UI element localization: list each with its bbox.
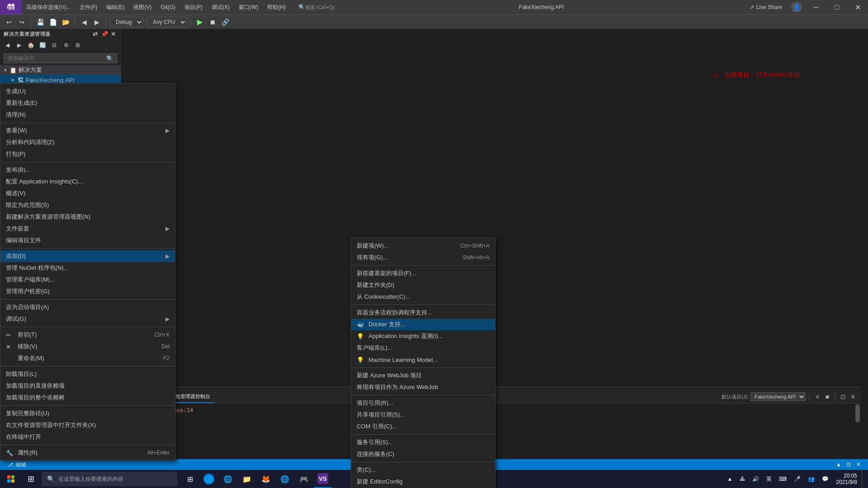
menu-window[interactable]: 窗口(W)	[234, 0, 263, 14]
panel-close-icon[interactable]: ✕	[849, 393, 857, 401]
sub-new-editorconfig[interactable]: 新建 EditorConfig	[351, 476, 495, 488]
ctx-unload[interactable]: 卸载项目(L)	[0, 368, 175, 380]
taskbar-app-firefox[interactable]: 🦊	[257, 470, 275, 488]
ctx-add[interactable]: 添加(D) ▶	[0, 250, 175, 262]
ctx-set-startup[interactable]: 设为启动项目(A)	[0, 301, 175, 313]
sub-shared-ref[interactable]: 共享项目引用(S)...	[351, 409, 495, 421]
panel-up-btn[interactable]: ▲	[835, 460, 843, 469]
sub-scaffold[interactable]: 新搭建基架的项目(F)...	[351, 267, 495, 279]
open-button[interactable]: 📂	[60, 17, 71, 28]
ctx-publish[interactable]: 发布(B)...	[0, 164, 175, 176]
taskbar-app-edge[interactable]: 🌐	[200, 470, 218, 488]
search-icon-area[interactable]: 🔍 搜索 (Ctrl+Q)	[294, 0, 339, 14]
debug-mode-dropdown[interactable]: Debug	[110, 17, 143, 28]
people-icon-area[interactable]: 👥	[805, 470, 817, 488]
ctx-overview[interactable]: 概述(V)	[0, 188, 175, 199]
sidebar-pin-icon[interactable]: 📌	[101, 30, 108, 38]
sb-home-btn[interactable]: 🏠	[25, 40, 36, 51]
sub-connected-service[interactable]: 连接的服务(C)	[351, 448, 495, 460]
panel-maximize-icon[interactable]: ⊡	[839, 393, 847, 401]
taskbar-app-chrome[interactable]: 🌐	[276, 470, 294, 488]
panel-list-icon[interactable]: ≡	[813, 393, 821, 401]
sb-refresh-btn[interactable]: 🔄	[37, 40, 48, 51]
menu-git[interactable]: Git(G)	[156, 0, 180, 14]
menu-project[interactable]: 项目(P)	[180, 0, 207, 14]
volume-icon-area[interactable]: 🔊	[750, 470, 762, 488]
menu-help[interactable]: 帮助(H)	[263, 0, 290, 14]
sub-cookiecutter[interactable]: 从 Cookiecutter(C)...	[351, 291, 495, 303]
menu-file[interactable]: 文件(F)	[75, 0, 102, 14]
ctx-user-secrets[interactable]: 管理用户机密(G)	[0, 286, 175, 297]
ctx-appinsights[interactable]: 配置 Application Insights(C)...	[0, 176, 175, 188]
show-hidden-icons[interactable]: ▲	[724, 470, 735, 488]
menu-debug[interactable]: 调试(X)	[207, 0, 234, 14]
sub-existing-item[interactable]: 现有项(G)... Shift+Alt+A	[351, 252, 495, 263]
maximize-button[interactable]: □	[826, 0, 847, 14]
sub-service-ref[interactable]: 服务引用(S)...	[351, 436, 495, 448]
sb-next-btn[interactable]: ▶	[14, 40, 24, 51]
nav-back[interactable]: ◀	[79, 17, 90, 28]
sb-settings-btn[interactable]: ⚙	[61, 40, 71, 51]
taskbar-app-game[interactable]: 🎮	[295, 470, 313, 488]
ctx-view[interactable]: 查看(W) ▶	[0, 125, 175, 136]
ctx-rebuild[interactable]: 重新生成(E)	[0, 97, 175, 109]
sub-appinsights-telemetry[interactable]: 💡 Application Insights 遥测(I)...	[351, 330, 495, 342]
ctx-remove[interactable]: ✕ 移除(V) Del	[0, 341, 175, 352]
new-file-button[interactable]: 📄	[47, 17, 58, 28]
ctx-new-explorer-view[interactable]: 新建解决方案资源管理器视图(N)	[0, 211, 175, 223]
show-desktop[interactable]	[862, 470, 864, 488]
ctx-open-folder[interactable]: 在文件资源管理器中打开文件夹(X)	[0, 419, 175, 431]
sub-new-azure-webjob[interactable]: 新建 Azure WebJob 项目	[351, 370, 495, 381]
start-button[interactable]	[0, 470, 22, 488]
mic-icon-area[interactable]: 🎤	[791, 470, 803, 488]
attach-button[interactable]: 🔗	[220, 17, 231, 28]
sb-filter-btn[interactable]: ⊞	[72, 40, 83, 51]
ctx-scope[interactable]: 限定为此范围(S)	[0, 199, 175, 211]
save-button[interactable]: 💾	[35, 17, 46, 28]
ctx-analyze[interactable]: 分析和代码清理(Z)	[0, 136, 175, 148]
close-button[interactable]: ✕	[847, 0, 868, 14]
sub-new-folder[interactable]: 新建文件夹(D)	[351, 279, 495, 291]
taskbar-app-browser2[interactable]: 🌐	[219, 470, 237, 488]
ctx-open-terminal[interactable]: 在终端中打开	[0, 431, 175, 443]
undo-button[interactable]: ↩	[4, 17, 14, 28]
sb-collapse-btn[interactable]: ⊟	[49, 40, 60, 51]
live-share-button[interactable]: ↗ Live Share	[744, 0, 788, 14]
taskbar-app-multitask[interactable]: ⊞	[181, 470, 199, 488]
menu-edit[interactable]: 编辑(E)	[102, 0, 129, 14]
sb-prev-btn[interactable]: ◀	[2, 40, 13, 51]
ctx-pack[interactable]: 打包(P)	[0, 148, 175, 160]
ctx-load-tree[interactable]: 加载项目的整个依赖树	[0, 392, 175, 404]
ctx-properties[interactable]: 🔧 属性(R) Alt+Enter	[0, 447, 175, 459]
nav-forward[interactable]: ▶	[91, 17, 102, 28]
ctx-nuget[interactable]: 管理 NuGet 程序包(N)...	[0, 262, 175, 274]
ctx-copy-path[interactable]: 复制完整路径(U)	[0, 408, 175, 419]
taskview-button[interactable]: ⊞	[22, 470, 40, 488]
notification-icon-area[interactable]: 💬	[819, 470, 831, 488]
sub-existing-azure-webjob[interactable]: 将现有项目作为 Azure WebJob	[351, 381, 495, 393]
redo-button[interactable]: ↪	[16, 17, 27, 28]
menu-advanced-save[interactable]: 高级保存选项(V)...	[22, 0, 75, 14]
panel-scrollbar-thumb[interactable]	[855, 404, 860, 422]
ctx-file-nesting[interactable]: 文件嵌套 ▶	[0, 223, 175, 235]
ctx-cut[interactable]: ✂ 剪切(T) Ctrl+X	[0, 329, 175, 341]
menu-view[interactable]: 视图(V)	[129, 0, 156, 14]
run-button[interactable]: ▶	[194, 17, 205, 28]
ctx-rename[interactable]: 重命名(M) F2	[0, 352, 175, 364]
sub-class[interactable]: 类(C)...	[351, 464, 495, 476]
minimize-button[interactable]: ─	[806, 0, 826, 14]
sub-new-item[interactable]: 新建项(W)... Ctrl+Shift+A	[351, 240, 495, 252]
ctx-clean[interactable]: 清理(N)	[0, 109, 175, 121]
cpu-mode-dropdown[interactable]: Any CPU	[147, 17, 187, 28]
user-avatar[interactable]: 👤	[791, 2, 802, 13]
sub-client-lib[interactable]: 客户端库(L)...	[351, 342, 495, 354]
sub-container-orchestration[interactable]: 容器业务流程协调程序支持...	[351, 307, 495, 319]
clock-area[interactable]: 20:05 2021/9/8	[833, 470, 860, 488]
ctx-build[interactable]: 生成(U)	[0, 85, 175, 97]
taskbar-app-vs[interactable]: VS	[314, 470, 332, 488]
panel-close-btn[interactable]: ✕	[854, 460, 863, 469]
ctx-load-direct[interactable]: 加载项目的直接依赖项	[0, 380, 175, 392]
panel-project-dropdown[interactable]: FakeXiecheng.API	[750, 392, 806, 401]
sub-com-ref[interactable]: COM 引用(C)...	[351, 421, 495, 432]
sidebar-search-input[interactable]	[4, 53, 117, 63]
